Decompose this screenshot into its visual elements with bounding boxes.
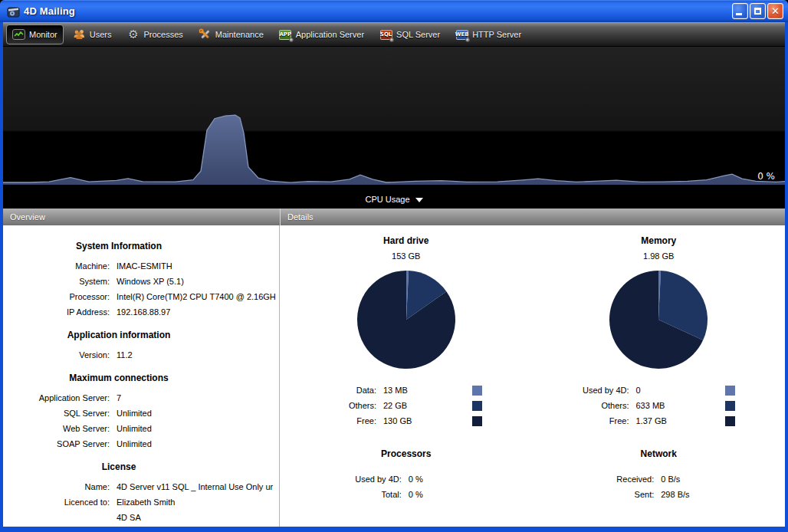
toolbar-item-label: Monitor (29, 30, 57, 39)
overview-section-title: System Information (3, 241, 235, 251)
toolbar-item-sql-server[interactable]: SQLSQL Server (373, 25, 446, 44)
row-value: Unlimited (117, 406, 152, 421)
overview-panel-header: Overview (3, 209, 280, 225)
row-label: Total: (311, 487, 409, 502)
legend-label: Free: (539, 416, 636, 425)
processors-title: Processors (381, 448, 431, 459)
row-label: SOAP Server: (3, 436, 117, 452)
close-button[interactable]: ✕ (767, 3, 783, 19)
legend-row: Data:13 MB (286, 383, 482, 398)
overview-section-title: Maximum connections (3, 373, 235, 383)
minimize-icon (736, 13, 742, 15)
legend-label: Free: (286, 416, 383, 425)
row-label: Version: (3, 347, 117, 363)
legend-row: Free:1.37 GB (539, 413, 735, 429)
legend-color-swatch (725, 401, 735, 411)
graph-metric-selector[interactable]: CPU Usage (3, 190, 785, 209)
row-label: Name: (3, 479, 117, 494)
title-bar: 4D Mailing ✕ (0, 0, 788, 22)
toolbar-item-http-server[interactable]: WEBHTTP Server (449, 25, 527, 44)
row-value: 192.168.88.97 (117, 304, 170, 320)
toolbar-item-users[interactable]: Users (67, 25, 118, 44)
cpu-usage-chart: 0 % (3, 47, 785, 190)
row-value: 4D Server v11 SQL _ Internal Use Only ur (117, 479, 273, 494)
legend-value: 22 GB (383, 401, 472, 410)
row-label: Processor: (3, 289, 117, 304)
legend-row: Free:130 GB (286, 413, 482, 429)
users-icon (73, 28, 86, 41)
app-icon (7, 5, 20, 18)
memory-legend: Used by 4D:0Others:633 MBFree:1.37 GB (539, 383, 735, 429)
toolbar-item-maintenance[interactable]: Maintenance (192, 25, 270, 44)
stat-row: Sent:298 B/s (563, 487, 760, 502)
row-label: Machine: (3, 258, 117, 274)
overview-row: Application Server:7 (3, 390, 279, 406)
legend-value: 633 MB (636, 401, 725, 410)
hard-drive-pie-chart (356, 270, 456, 369)
legend-color-swatch (472, 401, 482, 411)
overview-row: SQL Server:Unlimited (3, 406, 279, 421)
row-label: Licenced to: (3, 494, 117, 525)
legend-row: Used by 4D:0 (539, 383, 735, 398)
row-label: Used by 4D: (311, 471, 409, 487)
row-value: Unlimited (117, 421, 152, 436)
row-value: Windows XP (5.1) (117, 274, 184, 289)
legend-value: 130 GB (383, 416, 472, 425)
overview-row: System:Windows XP (5.1) (3, 274, 279, 289)
row-label: IP Address: (3, 304, 117, 320)
details-panel-header: Details (281, 209, 785, 225)
hard-drive-section: Hard drive 153 GB Data:13 MBOthers:22 GB… (280, 235, 533, 429)
monitor-chart-icon (12, 28, 25, 41)
gear-icon: ⚙ (126, 28, 140, 41)
toolbar-item-monitor[interactable]: Monitor (6, 25, 64, 44)
toolbar-item-label: Application Server (296, 30, 364, 39)
chevron-down-icon (415, 198, 423, 202)
legend-row: Others:633 MB (539, 398, 735, 413)
toolbar-item-application-server[interactable]: APPApplication Server (273, 25, 370, 44)
row-label: Web Server: (3, 421, 117, 436)
window-title: 4D Mailing (24, 5, 75, 17)
row-value: 0 % (409, 471, 423, 487)
legend-label: Others: (539, 401, 636, 410)
overview-section-title: License (3, 461, 235, 472)
overview-row: Version:11.2 (3, 347, 279, 363)
memory-title: Memory (641, 235, 676, 246)
app-badge-icon: APP (279, 28, 292, 41)
overview-row: IP Address:192.168.88.97 (3, 304, 279, 320)
overview-panel: System InformationMachine:IMAC-ESMITHSys… (3, 225, 280, 527)
row-value: Elizabeth Smith 4D SA (117, 494, 175, 525)
row-value: Intel(R) Core(TM)2 CPU T7400 @ 2.16GH (117, 289, 276, 304)
overview-header-label: Overview (10, 212, 45, 222)
toolbar-item-processes[interactable]: ⚙Processes (120, 25, 189, 44)
row-value: 7 (117, 390, 121, 406)
overview-row: SOAP Server:Unlimited (3, 436, 279, 452)
legend-value: 1.37 GB (636, 416, 725, 425)
memory-capacity: 1.98 GB (643, 251, 674, 261)
minimize-button[interactable] (732, 3, 748, 19)
row-value: IMAC-ESMITH (117, 258, 172, 274)
legend-color-swatch (725, 386, 735, 396)
processors-rows: Used by 4D:0 %Total:0 % (311, 471, 507, 502)
network-section: Network Received:0 B/sSent:298 B/s (533, 448, 786, 502)
row-value: 298 B/s (661, 487, 689, 502)
row-value: 0 % (409, 487, 423, 502)
memory-pie-chart (609, 270, 708, 369)
legend-color-swatch (472, 416, 482, 426)
row-label: Sent: (563, 487, 661, 502)
tools-icon (199, 28, 212, 41)
toolbar-item-label: HTTP Server (472, 30, 521, 39)
sql-badge-icon: SQL (379, 28, 392, 41)
maximize-button[interactable] (750, 3, 766, 19)
hard-drive-capacity: 153 GB (392, 251, 420, 261)
overview-row: Name:4D Server v11 SQL _ Internal Use On… (3, 479, 279, 494)
maximize-icon (754, 8, 761, 15)
overview-section-title: Application information (3, 330, 235, 340)
toolbar-item-label: Maintenance (215, 30, 264, 39)
row-label: SQL Server: (3, 406, 117, 421)
toolbar: MonitorUsers⚙ProcessesMaintenanceAPPAppl… (3, 22, 785, 47)
app-window: 4D Mailing ✕ MonitorUsers⚙ProcessesMaint… (0, 0, 788, 532)
overview-row: Machine:IMAC-ESMITH (3, 258, 279, 274)
row-value: 11.2 (117, 347, 133, 363)
overview-row: Licenced to:Elizabeth Smith 4D SA (3, 494, 279, 525)
legend-label: Used by 4D: (539, 386, 636, 395)
